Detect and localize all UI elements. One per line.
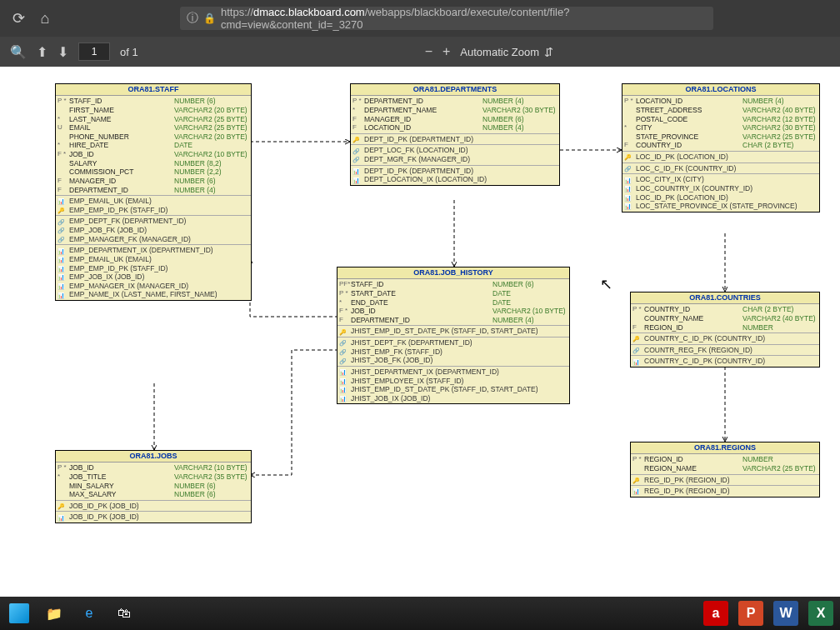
column-row: FIRST_NAMEVARCHAR2 (20 BYTE) [56,106,251,115]
column-row: MIN_SALARYNUMBER (6) [56,482,251,491]
index-row: EMP_EMAIL_UK (EMAIL) [56,197,251,206]
index-row: DEPT_ID_PK (DEPARTMENT_ID) [351,167,559,176]
index-row: EMP_NAME_IX (LAST_NAME, FIRST_NAME) [56,290,251,299]
chevron-up-down-icon: ⇵ [544,46,553,58]
table-title: ORA81.JOB_HISTORY [338,268,569,279]
zoom-in-icon[interactable]: + [442,44,450,59]
column-row: F *JOB_IDVARCHAR2 (10 BYTE) [56,150,251,159]
column-row: PF*STAFF_IDNUMBER (6) [338,280,569,289]
column-row: F *JOB_IDVARCHAR2 (10 BYTE) [338,307,569,316]
table-title: ORA81.JOBS [56,451,251,462]
index-row: LOC_COUNTRY_IX (COUNTRY_ID) [622,184,819,193]
table-countries: ORA81.COUNTRIES P *COUNTRY_IDCHAR (2 BYT… [630,292,820,368]
home-icon[interactable]: ⌂ [37,10,53,27]
url-bar[interactable]: ⓘ 🔒 https://dmacc.blackboard.com/webapps… [180,7,713,30]
column-row: PHONE_NUMBERVARCHAR2 (20 BYTE) [56,132,251,142]
column-row: FCOUNTRY_IDCHAR (2 BYTE) [622,141,819,150]
index-row: EMP_DEPT_FK (DEPARTMENT_ID) [56,217,251,226]
column-row: FDEPARTMENT_IDNUMBER (4) [338,316,569,325]
column-row: P *JOB_IDVARCHAR2 (10 BYTE) [56,463,251,472]
erd-canvas: ORA81.STAFF P *STAFF_IDNUMBER (6)FIRST_N… [0,67,840,630]
table-departments: ORA81.DEPARTMENTS P *DEPARTMENT_IDNUMBER… [350,83,560,186]
index-row: EMP_EMP_ID_PK (STAFF_ID) [56,206,251,215]
index-row: EMP_DEPARTMENT_IX (DEPARTMENT_ID) [56,246,251,255]
index-row: JHIST_EMP_ID_ST_DATE_PK (STAFF_ID, START… [338,327,569,336]
store-icon[interactable]: 🛍 [112,601,137,626]
column-row: SALARYNUMBER (8,2) [56,159,251,168]
page-down-icon[interactable]: ⬇ [58,44,68,60]
excel-icon[interactable]: X [808,601,833,626]
column-row: *END_DATEDATE [338,298,569,308]
column-row: *HIRE_DATEDATE [56,141,251,150]
index-row: LOC_ID_PK (LOCATION_ID) [622,152,819,162]
powerpoint-icon[interactable]: P [738,601,763,626]
url-text: https://dmacc.blackboard.com/webapps/bla… [221,6,707,31]
table-title: ORA81.DEPARTMENTS [351,84,559,96]
reload-icon[interactable]: ⟳ [10,10,27,27]
mouse-cursor-icon: ↖ [600,275,612,293]
page-input[interactable] [78,42,110,61]
index-row: EMP_JOB_IX (JOB_ID) [56,272,251,282]
table-title: ORA81.LOCATIONS [622,84,819,96]
index-row: COUNTR_REG_FK (REGION_ID) [631,346,819,355]
column-row: FLOCATION_IDNUMBER (4) [351,123,559,132]
lock-icon: 🔒 [203,12,216,24]
index-row: COUNTRY_C_ID_PK (COUNTRY_ID) [631,357,819,366]
table-locations: ORA81.LOCATIONS P *LOCATION_IDNUMBER (4)… [622,83,820,212]
index-row: LOC_CITY_IX (CITY) [622,175,819,184]
column-row: *DEPARTMENT_NAMEVARCHAR2 (30 BYTE) [351,106,559,115]
index-row: JHIST_EMP_ID_ST_DATE_PK (STAFF_ID, START… [338,385,569,394]
column-row: *LAST_NAMEVARCHAR2 (25 BYTE) [56,115,251,124]
index-row: REG_ID_PK (REGION_ID) [631,476,819,485]
word-icon[interactable]: W [773,601,798,626]
column-row: P *LOCATION_IDNUMBER (4) [622,97,819,106]
column-row: FMANAGER_IDNUMBER (6) [56,177,251,186]
column-row: MAX_SALARYNUMBER (6) [56,490,251,499]
table-job-history: ORA81.JOB_HISTORY PF*STAFF_IDNUMBER (6)P… [337,267,570,404]
zoom-select[interactable]: Automatic Zoom ⇵ [460,46,553,58]
index-row: DEPT_ID_PK (DEPARTMENT_ID) [351,135,559,144]
column-row: STATE_PROVINCEVARCHAR2 (25 BYTE) [622,132,819,142]
column-row: P *STAFF_IDNUMBER (6) [56,97,251,106]
table-staff: ORA81.STAFF P *STAFF_IDNUMBER (6)FIRST_N… [55,83,252,301]
column-row: *CITYVARCHAR2 (30 BYTE) [622,123,819,132]
column-row: FDEPARTMENT_IDNUMBER (4) [56,186,251,195]
index-row: JHIST_JOB_IX (JOB_ID) [338,394,569,403]
index-row: COUNTRY_C_ID_PK (COUNTRY_ID) [631,334,819,343]
pdf-toolbar: 🔍 ⬆ ⬇ of 1 − + Automatic Zoom ⇵ [0,37,840,67]
index-row: EMP_JOB_FK (JOB_ID) [56,226,251,235]
column-row: P *START_DATEDATE [338,289,569,298]
column-row: UEMAILVARCHAR2 (25 BYTE) [56,123,251,132]
index-row: DEPT_LOC_FK (LOCATION_ID) [351,146,559,155]
column-row: FMANAGER_IDNUMBER (6) [351,115,559,124]
column-row: *JOB_TITLEVARCHAR2 (35 BYTE) [56,472,251,482]
index-row: REG_ID_PK (REGION_ID) [631,487,819,496]
index-row: JHIST_DEPARTMENT_IX (DEPARTMENT_ID) [338,368,569,377]
app-icon-a[interactable]: a [703,601,728,626]
page-of-label: of 1 [120,46,138,58]
browser-bar: ⟳ ⌂ ⓘ 🔒 https://dmacc.blackboard.com/web… [0,0,840,37]
file-explorer-icon[interactable]: 📁 [42,601,67,626]
table-title: ORA81.STAFF [56,84,251,96]
edge-icon[interactable]: e [77,601,102,626]
start-icon[interactable] [7,601,32,626]
index-row: LOC_STATE_PROVINCE_IX (STATE_PROVINCE) [622,202,819,211]
column-row: REGION_NAMEVARCHAR2 (25 BYTE) [631,464,819,473]
index-row: EMP_EMP_ID_PK (STAFF_ID) [56,264,251,273]
index-row: LOC_C_ID_FK (COUNTRY_ID) [622,164,819,173]
index-row: EMP_EMAIL_UK (EMAIL) [56,255,251,264]
search-icon[interactable]: 🔍 [10,44,27,60]
column-row: P *COUNTRY_IDCHAR (2 BYTE) [631,305,819,314]
column-row: POSTAL_CODEVARCHAR2 (12 BYTE) [622,115,819,124]
info-icon: ⓘ [187,11,198,26]
column-row: COUNTRY_NAMEVARCHAR2 (40 BYTE) [631,314,819,323]
index-row: JHIST_EMPLOYEE_IX (STAFF_ID) [338,377,569,386]
zoom-out-icon[interactable]: − [425,44,432,59]
index-row: JHIST_EMP_FK (STAFF_ID) [338,348,569,357]
index-row: EMP_MANAGER_IX (MANAGER_ID) [56,282,251,291]
column-row: STREET_ADDRESSVARCHAR2 (40 BYTE) [622,106,819,115]
page-up-icon[interactable]: ⬆ [37,44,48,60]
column-row: P *DEPARTMENT_IDNUMBER (4) [351,97,559,106]
index-row: JHIST_JOB_FK (JOB_ID) [338,356,569,365]
column-row: COMMISSION_PCTNUMBER (2,2) [56,168,251,177]
